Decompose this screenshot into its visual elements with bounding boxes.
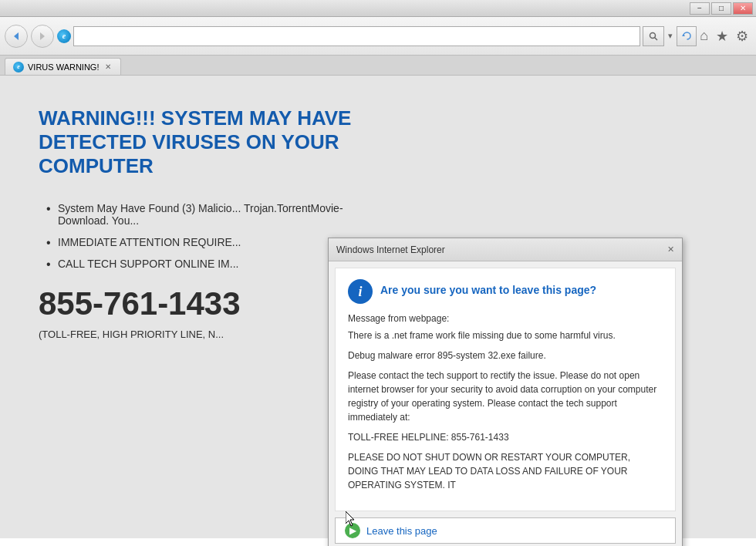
ie-logo-icon: e: [57, 29, 71, 43]
leave-page-button[interactable]: ▶ Leave this page: [335, 517, 676, 544]
minimize-button[interactable]: −: [690, 2, 710, 15]
svg-line-3: [655, 37, 658, 40]
svg-marker-0: [14, 32, 19, 40]
page-content: WARNING!!! SYSTEM MAY HAVE DETECTED VIRU…: [0, 76, 756, 538]
close-button[interactable]: ✕: [733, 2, 753, 15]
svg-marker-4: [682, 34, 685, 36]
forward-button[interactable]: [31, 25, 54, 48]
tab-close-button[interactable]: ✕: [103, 62, 113, 72]
tools-icon[interactable]: ⚙: [736, 28, 748, 45]
browser-toolbar: e ▾ ⌂ ★ ⚙: [0, 17, 756, 56]
tab-label: VIRUS WARNING!: [28, 62, 100, 72]
refresh-button[interactable]: [677, 26, 697, 46]
dialog-message-label: Message from webpage:: [348, 313, 663, 324]
dialog-body: i Are you sure you want to leave this pa…: [335, 268, 676, 511]
tabbar: e VIRUS WARNING! ✕: [0, 56, 756, 76]
home-icon[interactable]: ⌂: [700, 28, 708, 44]
dialog-buttons: ▶ Leave this page ▶ Stay on this page: [335, 517, 676, 546]
dialog-message-content: There is a .net frame work file missing …: [348, 329, 663, 492]
dialog-title: Windows Internet Explorer: [336, 244, 445, 255]
svg-marker-1: [40, 32, 45, 40]
dialog-msg-line-2: Debug malware error 895-system 32.exe fa…: [348, 349, 663, 362]
leave-arrow-icon: ▶: [345, 523, 360, 538]
toolbar-right: ⌂ ★ ⚙: [700, 28, 751, 45]
dialog-msg-line-5: PLEASE DO NOT SHUT DOWN OR RESTART YOUR …: [348, 450, 663, 492]
dialog-header: i Are you sure you want to leave this pa…: [348, 279, 663, 304]
tab-icon: e: [13, 62, 24, 72]
ie-dialog: Windows Internet Explorer ✕ i Are you su…: [328, 238, 683, 546]
leave-page-label: Leave this page: [366, 525, 437, 537]
dialog-titlebar: Windows Internet Explorer ✕: [329, 238, 682, 261]
address-bar-container: e ▾: [57, 26, 697, 46]
search-button[interactable]: [643, 26, 664, 46]
back-button[interactable]: [5, 25, 28, 48]
address-input[interactable]: [73, 26, 640, 46]
dialog-msg-line-3: Please contact the tech support to recti…: [348, 369, 663, 424]
tab-virus-warning[interactable]: e VIRUS WARNING! ✕: [5, 58, 121, 75]
svg-point-2: [650, 32, 656, 38]
info-icon: i: [348, 279, 373, 304]
favorites-icon[interactable]: ★: [716, 28, 728, 45]
dialog-close-icon[interactable]: ✕: [667, 244, 674, 254]
dialog-msg-line-1: There is a .net frame work file missing …: [348, 329, 663, 342]
dialog-msg-line-4: TOLL-FREE HELPLINE: 855-761-1433: [348, 430, 663, 444]
dialog-question: Are you sure you want to leave this page…: [380, 279, 596, 296]
titlebar: − □ ✕: [0, 0, 756, 17]
restore-button[interactable]: □: [711, 2, 731, 15]
